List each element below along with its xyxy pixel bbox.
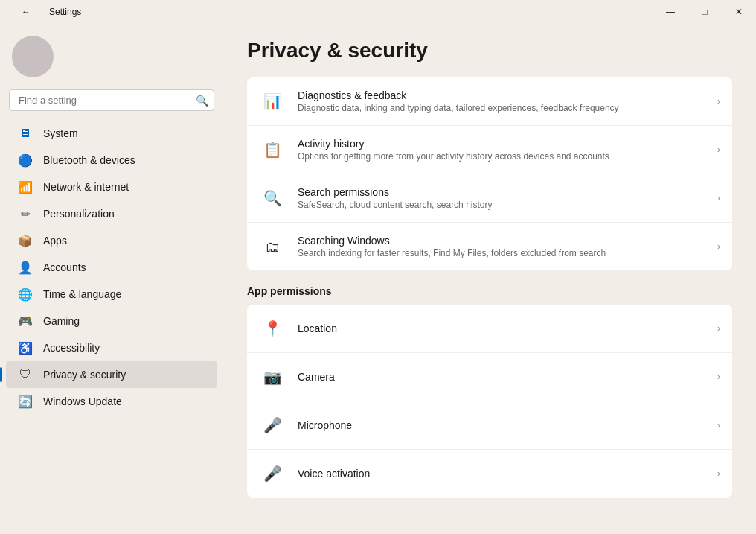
camera-icon: 📷 <box>259 363 286 390</box>
activity-chevron: › <box>717 144 720 155</box>
sidebar-item-time[interactable]: 🌐 Time & language <box>6 281 217 308</box>
sidebar-item-privacy[interactable]: 🛡 Privacy & security <box>6 361 217 388</box>
settings-item-searching-windows[interactable]: 🗂 Searching Windows Search indexing for … <box>247 223 732 270</box>
search-permissions-title: Search permissions <box>298 186 705 198</box>
diagnostics-title: Diagnostics & feedback <box>298 89 705 101</box>
search-box: 🔍 <box>9 89 214 111</box>
sidebar-item-label: Privacy & security <box>43 369 126 381</box>
accounts-icon: 👤 <box>18 260 33 275</box>
sidebar-item-update[interactable]: 🔄 Windows Update <box>6 388 217 415</box>
location-title: Location <box>298 322 705 334</box>
microphone-chevron: › <box>717 420 720 430</box>
app-permissions-header: App permissions <box>247 285 732 297</box>
sidebar-item-label: Network & internet <box>43 181 129 193</box>
sidebar-item-label: Personalization <box>43 208 115 220</box>
search-icon: 🔍 <box>196 95 208 107</box>
sidebar-item-label: Bluetooth & devices <box>43 154 135 166</box>
sidebar-item-system[interactable]: 🖥 System <box>6 120 217 147</box>
voice-icon: 🎤 <box>259 460 286 487</box>
searching-windows-chevron: › <box>717 241 720 252</box>
search-permissions-chevron: › <box>717 193 720 203</box>
close-button[interactable]: ✕ <box>722 0 756 24</box>
diagnostics-chevron: › <box>717 96 720 107</box>
activity-text: Activity history Options for getting mor… <box>298 138 705 162</box>
app-permissions-card: 📍 Location › 📷 Camera › 🎤 Microphone › 🎤… <box>247 305 732 498</box>
update-icon: 🔄 <box>18 394 33 409</box>
search-permissions-desc: SafeSearch, cloud content search, search… <box>298 200 705 210</box>
microphone-text: Microphone <box>298 419 705 431</box>
searching-windows-icon: 🗂 <box>259 233 286 260</box>
window-controls: — □ ✕ <box>653 0 756 24</box>
diagnostics-text: Diagnostics & feedback Diagnostic data, … <box>298 89 705 113</box>
searching-windows-title: Searching Windows <box>298 235 705 247</box>
settings-item-diagnostics[interactable]: 📊 Diagnostics & feedback Diagnostic data… <box>247 77 732 126</box>
avatar <box>12 36 54 77</box>
sidebar-item-label: Accessibility <box>43 342 100 354</box>
bluetooth-icon: 🔵 <box>18 153 33 168</box>
search-input[interactable] <box>9 89 214 111</box>
nav-list: 🖥 System 🔵 Bluetooth & devices 📶 Network… <box>0 120 223 415</box>
camera-title: Camera <box>298 371 705 383</box>
app-title: Settings <box>49 7 81 17</box>
main-content: Privacy & security 📊 Diagnostics & feedb… <box>223 24 756 534</box>
voice-title: Voice activation <box>298 468 705 480</box>
activity-desc: Options for getting more from your activ… <box>298 151 705 162</box>
camera-text: Camera <box>298 371 705 383</box>
personalization-icon: ✏ <box>18 206 33 221</box>
sidebar-item-bluetooth[interactable]: 🔵 Bluetooth & devices <box>6 147 217 174</box>
app-body: 🔍 🖥 System 🔵 Bluetooth & devices 📶 Netwo… <box>0 24 756 534</box>
location-text: Location <box>298 322 705 334</box>
settings-item-activity[interactable]: 📋 Activity history Options for getting m… <box>247 126 732 174</box>
camera-chevron: › <box>717 372 720 382</box>
minimize-button[interactable]: — <box>653 0 688 24</box>
sidebar-item-label: Windows Update <box>43 395 122 407</box>
apps-icon: 📦 <box>18 233 33 248</box>
voice-text: Voice activation <box>298 468 705 480</box>
page-title: Privacy & security <box>247 39 732 63</box>
perm-item-voice[interactable]: 🎤 Voice activation › <box>247 450 732 498</box>
accessibility-icon: ♿ <box>18 340 33 355</box>
sidebar-item-gaming[interactable]: 🎮 Gaming <box>6 308 217 334</box>
back-button[interactable]: ← <box>9 0 43 24</box>
sidebar-item-personalization[interactable]: ✏ Personalization <box>6 200 217 227</box>
search-permissions-icon: 🔍 <box>259 185 286 212</box>
searching-windows-desc: Search indexing for faster results, Find… <box>298 248 705 258</box>
diagnostics-icon: 📊 <box>259 88 286 115</box>
sidebar-item-apps[interactable]: 📦 Apps <box>6 227 217 254</box>
title-bar-left: ← Settings <box>9 0 81 24</box>
maximize-button[interactable]: □ <box>688 0 722 24</box>
sidebar-item-accessibility[interactable]: ♿ Accessibility <box>6 334 217 361</box>
sidebar-item-accounts[interactable]: 👤 Accounts <box>6 254 217 281</box>
system-icon: 🖥 <box>18 126 33 141</box>
title-bar: ← Settings — □ ✕ <box>0 0 756 24</box>
activity-title: Activity history <box>298 138 705 150</box>
activity-icon: 📋 <box>259 136 286 163</box>
search-permissions-text: Search permissions SafeSearch, cloud con… <box>298 186 705 210</box>
perm-item-camera[interactable]: 📷 Camera › <box>247 353 732 401</box>
gaming-icon: 🎮 <box>18 314 33 328</box>
time-icon: 🌐 <box>18 287 33 302</box>
perm-item-location[interactable]: 📍 Location › <box>247 305 732 353</box>
settings-item-search-permissions[interactable]: 🔍 Search permissions SafeSearch, cloud c… <box>247 174 732 223</box>
microphone-title: Microphone <box>298 419 705 431</box>
sidebar-item-label: Accounts <box>43 261 86 273</box>
location-chevron: › <box>717 323 720 334</box>
privacy-icon: 🛡 <box>18 367 33 382</box>
voice-chevron: › <box>717 468 720 479</box>
sidebar-item-label: System <box>43 127 78 139</box>
network-icon: 📶 <box>18 179 33 194</box>
location-icon: 📍 <box>259 315 286 342</box>
sidebar-item-network[interactable]: 📶 Network & internet <box>6 174 217 200</box>
sidebar-item-label: Gaming <box>43 315 80 327</box>
sidebar-item-label: Time & language <box>43 288 121 300</box>
sidebar: 🔍 🖥 System 🔵 Bluetooth & devices 📶 Netwo… <box>0 24 223 534</box>
diagnostics-desc: Diagnostic data, inking and typing data,… <box>298 103 705 113</box>
microphone-icon: 🎤 <box>259 412 286 439</box>
sidebar-item-label: Apps <box>43 235 67 247</box>
perm-item-microphone[interactable]: 🎤 Microphone › <box>247 401 732 450</box>
searching-windows-text: Searching Windows Search indexing for fa… <box>298 235 705 258</box>
top-settings-card: 📊 Diagnostics & feedback Diagnostic data… <box>247 77 732 270</box>
